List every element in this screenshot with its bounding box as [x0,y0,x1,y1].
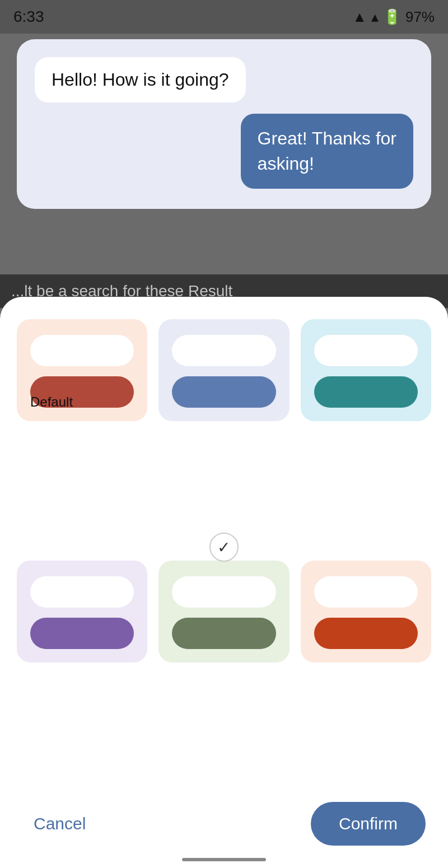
theme-grid: Default ✓ [17,319,431,791]
theme-card-green[interactable] [158,561,289,662]
theme-card-blue[interactable] [158,319,289,421]
theme-label-default: Default [30,394,73,410]
pill-top-teal [314,335,418,366]
checkmark-icon: ✓ [217,538,230,557]
status-bar: 6:33 ▲ ▴ 🔋 97% [0,0,448,34]
pill-bottom-red [314,618,418,649]
pill-top-default [30,335,134,366]
status-icons: ▲ ▴ 🔋 97% [352,8,435,26]
pill-bottom-teal [314,376,418,408]
theme-card-wrapper-green [158,561,289,791]
received-bubble: Hello! How is it going? [35,57,246,102]
status-time: 6:33 [13,8,44,26]
sent-bubble-wrapper: Great! Thanks forasking! [35,114,413,189]
home-indicator [182,858,266,861]
battery-icon: 🔋 [383,8,401,26]
theme-card-wrapper-purple [17,561,147,791]
pill-top-red [314,576,418,608]
pill-top-blue [172,335,276,366]
pill-bottom-blue [172,376,276,408]
theme-card-teal[interactable] [301,319,431,421]
cancel-button[interactable]: Cancel [22,805,97,842]
bottom-actions: Cancel Confirm [17,791,431,851]
theme-card-wrapper-blue: ✓ [158,319,289,549]
theme-card-wrapper-teal [301,319,431,549]
bottom-sheet: Default ✓ [0,297,448,868]
pill-bottom-green [172,618,276,649]
signal-icon: ▴ [371,8,379,26]
theme-card-wrapper-default: Default [17,319,147,549]
theme-card-red[interactable] [301,561,431,662]
pill-bottom-purple [30,618,134,649]
confirm-button[interactable]: Confirm [311,802,426,846]
chat-preview: Hello! How is it going? Great! Thanks fo… [17,39,431,209]
sent-bubble: Great! Thanks forasking! [241,114,413,189]
theme-card-default[interactable]: Default [17,319,147,421]
wifi-icon: ▲ [352,8,367,26]
selected-indicator: ✓ [209,533,239,562]
theme-card-purple[interactable] [17,561,147,662]
pill-top-purple [30,576,134,608]
battery-level: 97% [405,8,435,26]
theme-card-wrapper-red [301,561,431,791]
pill-top-green [172,576,276,608]
